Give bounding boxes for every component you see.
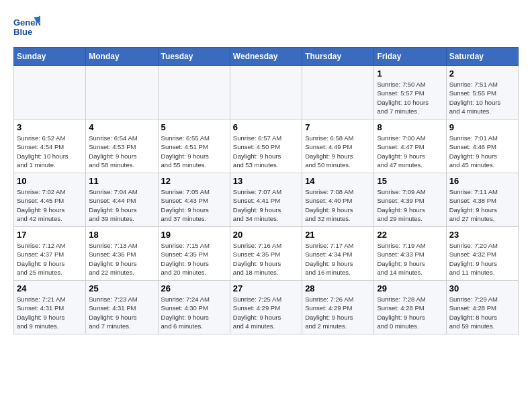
day-number: 6 — [233, 122, 299, 132]
calendar-week-row: 24Sunrise: 7:21 AM Sunset: 4:31 PM Dayli… — [14, 281, 519, 334]
day-info: Sunrise: 7:20 AM Sunset: 4:32 PM Dayligh… — [449, 241, 515, 277]
calendar-table: SundayMondayTuesdayWednesdayThursdayFrid… — [13, 47, 519, 334]
calendar-cell: 15Sunrise: 7:09 AM Sunset: 4:39 PM Dayli… — [374, 173, 446, 227]
day-info: Sunrise: 7:51 AM Sunset: 5:55 PM Dayligh… — [449, 80, 515, 116]
calendar-cell: 8Sunrise: 7:00 AM Sunset: 4:47 PM Daylig… — [374, 120, 446, 173]
day-info: Sunrise: 7:50 AM Sunset: 5:57 PM Dayligh… — [377, 80, 443, 116]
day-number: 13 — [233, 176, 299, 186]
calendar-cell — [14, 66, 86, 120]
day-number: 22 — [377, 230, 443, 240]
day-number: 5 — [161, 122, 227, 132]
day-info: Sunrise: 7:02 AM Sunset: 4:45 PM Dayligh… — [17, 187, 83, 223]
day-info: Sunrise: 7:16 AM Sunset: 4:35 PM Dayligh… — [233, 241, 299, 277]
day-info: Sunrise: 7:19 AM Sunset: 4:33 PM Dayligh… — [377, 241, 443, 277]
calendar-cell: 19Sunrise: 7:15 AM Sunset: 4:35 PM Dayli… — [158, 227, 230, 281]
logo-icon: General Blue — [13, 13, 40, 40]
day-info: Sunrise: 6:52 AM Sunset: 4:54 PM Dayligh… — [17, 134, 83, 169]
calendar-cell: 10Sunrise: 7:02 AM Sunset: 4:45 PM Dayli… — [14, 173, 86, 227]
day-number: 27 — [233, 283, 299, 293]
day-info: Sunrise: 7:26 AM Sunset: 4:29 PM Dayligh… — [305, 295, 371, 330]
calendar-cell: 27Sunrise: 7:25 AM Sunset: 4:29 PM Dayli… — [230, 281, 302, 334]
day-number: 2 — [449, 68, 515, 79]
calendar-cell: 14Sunrise: 7:08 AM Sunset: 4:40 PM Dayli… — [302, 173, 374, 227]
day-number: 11 — [89, 176, 154, 186]
calendar-cell: 1Sunrise: 7:50 AM Sunset: 5:57 PM Daylig… — [374, 66, 446, 120]
day-number: 8 — [377, 122, 443, 132]
day-number: 10 — [17, 176, 83, 186]
day-number: 24 — [17, 283, 83, 293]
calendar-header: SundayMondayTuesdayWednesdayThursdayFrid… — [14, 48, 519, 66]
weekday-header: Thursday — [302, 48, 374, 66]
day-number: 14 — [305, 176, 371, 186]
day-info: Sunrise: 7:09 AM Sunset: 4:39 PM Dayligh… — [377, 187, 443, 223]
weekday-header: Saturday — [446, 48, 518, 66]
day-info: Sunrise: 7:12 AM Sunset: 4:37 PM Dayligh… — [17, 241, 83, 277]
day-number: 16 — [449, 176, 515, 186]
calendar-week-row: 17Sunrise: 7:12 AM Sunset: 4:37 PM Dayli… — [14, 227, 519, 281]
day-info: Sunrise: 7:00 AM Sunset: 4:47 PM Dayligh… — [377, 134, 443, 169]
calendar-cell: 18Sunrise: 7:13 AM Sunset: 4:36 PM Dayli… — [86, 227, 158, 281]
day-number: 28 — [305, 283, 371, 293]
day-number: 26 — [161, 283, 227, 293]
calendar-cell: 2Sunrise: 7:51 AM Sunset: 5:55 PM Daylig… — [446, 66, 518, 120]
calendar-cell: 28Sunrise: 7:26 AM Sunset: 4:29 PM Dayli… — [302, 281, 374, 334]
day-number: 20 — [233, 230, 299, 240]
day-info: Sunrise: 7:04 AM Sunset: 4:44 PM Dayligh… — [89, 187, 154, 223]
calendar-cell: 24Sunrise: 7:21 AM Sunset: 4:31 PM Dayli… — [14, 281, 86, 334]
calendar-cell: 20Sunrise: 7:16 AM Sunset: 4:35 PM Dayli… — [230, 227, 302, 281]
calendar-cell — [302, 66, 374, 120]
calendar-cell: 16Sunrise: 7:11 AM Sunset: 4:38 PM Dayli… — [446, 173, 518, 227]
weekday-header: Monday — [86, 48, 158, 66]
day-number: 12 — [161, 176, 227, 186]
day-info: Sunrise: 7:01 AM Sunset: 4:46 PM Dayligh… — [449, 134, 515, 169]
calendar-cell: 13Sunrise: 7:07 AM Sunset: 4:41 PM Dayli… — [230, 173, 302, 227]
day-number: 9 — [449, 122, 515, 132]
calendar-week-row: 3Sunrise: 6:52 AM Sunset: 4:54 PM Daylig… — [14, 120, 519, 173]
calendar-cell: 4Sunrise: 6:54 AM Sunset: 4:53 PM Daylig… — [86, 120, 158, 173]
calendar-cell: 23Sunrise: 7:20 AM Sunset: 4:32 PM Dayli… — [446, 227, 518, 281]
day-info: Sunrise: 6:55 AM Sunset: 4:51 PM Dayligh… — [161, 134, 227, 169]
day-info: Sunrise: 6:54 AM Sunset: 4:53 PM Dayligh… — [89, 134, 154, 169]
calendar-cell — [86, 66, 158, 120]
calendar-cell: 6Sunrise: 6:57 AM Sunset: 4:50 PM Daylig… — [230, 120, 302, 173]
day-number: 30 — [449, 283, 515, 293]
day-number: 4 — [89, 122, 154, 132]
day-info: Sunrise: 7:07 AM Sunset: 4:41 PM Dayligh… — [233, 187, 299, 223]
day-number: 21 — [305, 230, 371, 240]
calendar-cell: 7Sunrise: 6:58 AM Sunset: 4:49 PM Daylig… — [302, 120, 374, 173]
weekday-header: Tuesday — [158, 48, 230, 66]
calendar-cell: 21Sunrise: 7:17 AM Sunset: 4:34 PM Dayli… — [302, 227, 374, 281]
calendar-week-row: 10Sunrise: 7:02 AM Sunset: 4:45 PM Dayli… — [14, 173, 519, 227]
calendar-cell: 5Sunrise: 6:55 AM Sunset: 4:51 PM Daylig… — [158, 120, 230, 173]
calendar-cell: 22Sunrise: 7:19 AM Sunset: 4:33 PM Dayli… — [374, 227, 446, 281]
calendar-cell — [230, 66, 302, 120]
day-info: Sunrise: 7:23 AM Sunset: 4:31 PM Dayligh… — [89, 295, 154, 330]
day-info: Sunrise: 7:29 AM Sunset: 4:28 PM Dayligh… — [449, 295, 515, 330]
calendar-cell: 17Sunrise: 7:12 AM Sunset: 4:37 PM Dayli… — [14, 227, 86, 281]
header: General Blue — [13, 13, 519, 40]
day-info: Sunrise: 7:25 AM Sunset: 4:29 PM Dayligh… — [233, 295, 299, 330]
day-info: Sunrise: 7:17 AM Sunset: 4:34 PM Dayligh… — [305, 241, 371, 277]
weekday-header: Sunday — [14, 48, 86, 66]
day-number: 17 — [17, 230, 83, 240]
day-info: Sunrise: 7:21 AM Sunset: 4:31 PM Dayligh… — [17, 295, 83, 330]
day-number: 7 — [305, 122, 371, 132]
calendar-cell: 11Sunrise: 7:04 AM Sunset: 4:44 PM Dayli… — [86, 173, 158, 227]
calendar-cell: 9Sunrise: 7:01 AM Sunset: 4:46 PM Daylig… — [446, 120, 518, 173]
day-info: Sunrise: 7:11 AM Sunset: 4:38 PM Dayligh… — [449, 187, 515, 223]
day-number: 1 — [377, 68, 443, 79]
calendar-cell: 26Sunrise: 7:24 AM Sunset: 4:30 PM Dayli… — [158, 281, 230, 334]
day-number: 3 — [17, 122, 83, 132]
calendar-cell: 30Sunrise: 7:29 AM Sunset: 4:28 PM Dayli… — [446, 281, 518, 334]
calendar-cell: 12Sunrise: 7:05 AM Sunset: 4:43 PM Dayli… — [158, 173, 230, 227]
day-info: Sunrise: 7:28 AM Sunset: 4:28 PM Dayligh… — [377, 295, 443, 330]
day-number: 19 — [161, 230, 227, 240]
day-info: Sunrise: 6:58 AM Sunset: 4:49 PM Dayligh… — [305, 134, 371, 169]
day-number: 29 — [377, 283, 443, 293]
day-number: 15 — [377, 176, 443, 186]
day-info: Sunrise: 7:13 AM Sunset: 4:36 PM Dayligh… — [89, 241, 154, 277]
day-info: Sunrise: 7:24 AM Sunset: 4:30 PM Dayligh… — [161, 295, 227, 330]
calendar-cell: 3Sunrise: 6:52 AM Sunset: 4:54 PM Daylig… — [14, 120, 86, 173]
day-info: Sunrise: 7:08 AM Sunset: 4:40 PM Dayligh… — [305, 187, 371, 223]
calendar-cell: 25Sunrise: 7:23 AM Sunset: 4:31 PM Dayli… — [86, 281, 158, 334]
